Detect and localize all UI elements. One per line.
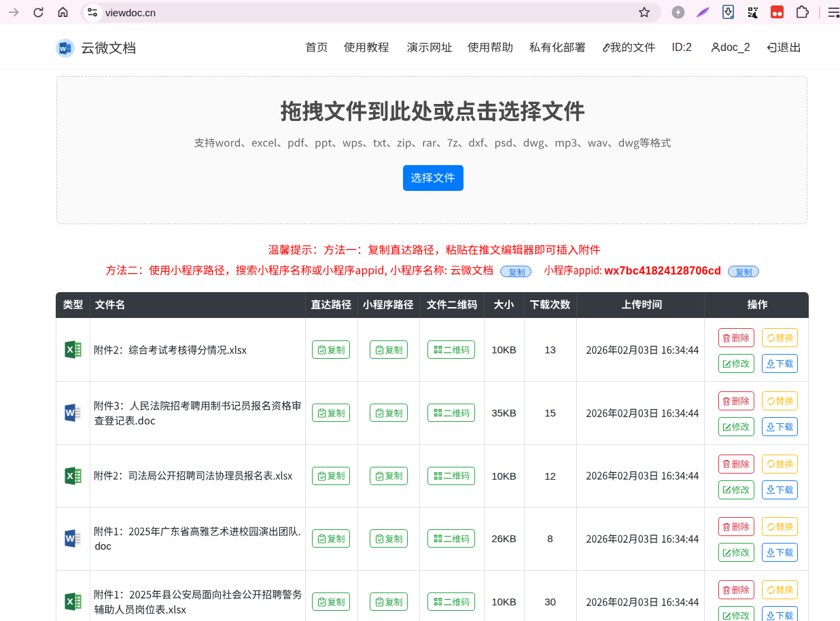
svg-text:W: W [65,408,74,418]
svg-text:X: X [67,344,73,355]
svg-text:X: X [67,597,73,607]
svg-text:X: X [67,471,73,481]
svg-text:W: W [65,533,74,544]
svg-text:W: W [60,45,66,52]
